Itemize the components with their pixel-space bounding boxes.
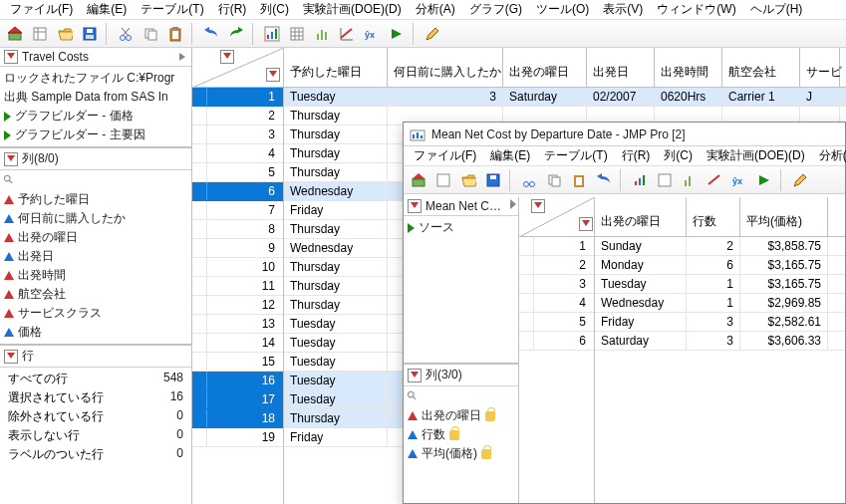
menu-doe[interactable]: 実験計画(DOE)(D) xyxy=(701,145,811,166)
menu-analyze[interactable]: 分析(A) xyxy=(410,0,461,20)
row-header[interactable]: 4 xyxy=(519,294,594,313)
cell[interactable]: Wednesday xyxy=(595,294,687,312)
cell[interactable]: $3,606.33 xyxy=(740,332,828,350)
row-header[interactable]: 17 xyxy=(192,390,283,409)
column-header[interactable]: 平均(価格) xyxy=(740,197,828,236)
column-header[interactable]: サービ xyxy=(800,48,840,87)
copy-icon[interactable] xyxy=(140,23,161,45)
row-header[interactable]: 6 xyxy=(519,332,594,351)
column-item[interactable]: 平均(価格) xyxy=(408,444,514,463)
column-item[interactable]: 出発日 xyxy=(4,247,187,266)
fit-y-icon[interactable] xyxy=(336,23,358,45)
cell[interactable]: 6 xyxy=(687,256,740,274)
cell[interactable]: Saturday xyxy=(595,332,687,350)
menu-edit[interactable]: 編集(E) xyxy=(81,0,133,20)
cell[interactable]: Saturday xyxy=(503,88,587,106)
cell[interactable]: Tuesday xyxy=(284,390,388,408)
pencil-icon[interactable] xyxy=(789,169,811,191)
cell[interactable]: 3 xyxy=(687,313,740,331)
disclosure-icon[interactable] xyxy=(4,152,18,166)
cell[interactable]: Tuesday xyxy=(284,372,388,389)
rowstat-labeled[interactable]: ラベルのついた行0 xyxy=(4,445,187,464)
row-header[interactable]: 1 xyxy=(519,237,594,256)
cell[interactable]: 2 xyxy=(687,237,740,255)
row-header[interactable]: 9 xyxy=(192,239,283,258)
fit-y-icon[interactable] xyxy=(704,169,725,191)
cut-icon[interactable] xyxy=(115,23,137,45)
menu-graph[interactable]: グラフ(G) xyxy=(463,0,528,20)
cell[interactable]: Tuesday xyxy=(284,334,388,352)
paste-icon[interactable] xyxy=(568,169,590,191)
row-header[interactable]: 16 xyxy=(192,372,283,390)
cell[interactable]: Tuesday xyxy=(284,88,388,106)
column-item[interactable]: 航空会社 xyxy=(4,285,187,304)
menu-cols[interactable]: 列(C) xyxy=(658,145,699,166)
row-header[interactable]: 7 xyxy=(192,201,283,220)
summary-source-script[interactable]: ソース xyxy=(408,218,514,237)
script-graph1[interactable]: グラフビルダー - 価格 xyxy=(4,107,187,126)
cell[interactable]: Thursday xyxy=(284,163,388,181)
cell[interactable]: 3 xyxy=(687,332,740,350)
cell[interactable]: Thursday xyxy=(284,144,388,162)
menu-rows[interactable]: 行(R) xyxy=(212,0,253,20)
summary-titlebar[interactable]: Mean Net Cost by Departure Date - JMP Pr… xyxy=(404,123,845,146)
data-row[interactable]: Wednesday1$2,969.85 xyxy=(595,294,845,313)
column-header[interactable]: 行数 xyxy=(687,197,740,236)
arrow-run-icon[interactable] xyxy=(386,23,408,45)
rowstat-selected[interactable]: 選択されている行16 xyxy=(4,388,187,407)
column-item[interactable]: 出発時間 xyxy=(4,266,187,285)
row-header[interactable]: 2 xyxy=(519,256,594,275)
cell[interactable]: Carrier 1 xyxy=(722,88,800,106)
cell[interactable]: Friday xyxy=(284,428,388,446)
disclosure-icon[interactable] xyxy=(4,50,18,64)
menu-analyze[interactable]: 分析(A) xyxy=(813,145,846,166)
cell[interactable]: Monday xyxy=(595,256,687,274)
column-header[interactable]: 出発日 xyxy=(587,48,655,87)
cell[interactable]: Tuesday xyxy=(595,275,687,293)
column-item[interactable]: 予約した曜日 xyxy=(4,190,187,209)
row-header[interactable]: 18 xyxy=(192,409,283,428)
row-header[interactable]: 15 xyxy=(192,353,283,372)
cell[interactable]: 3 xyxy=(388,88,503,106)
summary-columns-panel-head[interactable]: 列(3/0) xyxy=(404,363,518,386)
cell[interactable]: Friday xyxy=(595,313,687,331)
row-header[interactable]: 1 xyxy=(192,88,283,107)
home-icon[interactable] xyxy=(4,23,26,45)
column-header[interactable]: 予約した曜日 xyxy=(284,48,388,87)
fit-model-icon[interactable]: ŷx xyxy=(361,23,383,45)
cell[interactable]: $3,165.75 xyxy=(740,256,828,274)
menu-view[interactable]: 表示(V) xyxy=(597,0,649,20)
cell[interactable]: Wednesday xyxy=(284,239,388,257)
cell[interactable]: 0620Hrs xyxy=(655,88,722,106)
copy-icon[interactable] xyxy=(543,169,565,191)
rows-panel-head[interactable]: 行 xyxy=(0,344,191,368)
cell[interactable]: Thursday xyxy=(284,258,388,276)
cell[interactable]: Thursday xyxy=(284,409,388,427)
panel-expand-icon[interactable] xyxy=(510,199,516,209)
cell[interactable]: $3,165.75 xyxy=(740,275,828,293)
undo-icon[interactable] xyxy=(593,169,615,191)
cell[interactable]: J xyxy=(800,88,840,106)
data-row[interactable]: Saturday3$3,606.33 xyxy=(595,332,845,351)
cell[interactable]: Thursday xyxy=(284,126,388,143)
cell[interactable]: 1 xyxy=(687,294,740,312)
dist-icon[interactable] xyxy=(679,169,701,191)
menu-tables[interactable]: テーブル(T) xyxy=(135,0,209,20)
row-header[interactable]: 10 xyxy=(192,258,283,277)
column-header[interactable]: 出発の曜日 xyxy=(503,48,587,87)
grid-icon[interactable] xyxy=(286,23,308,45)
builder-icon[interactable] xyxy=(261,23,283,45)
menu-file[interactable]: ファイル(F) xyxy=(408,145,482,166)
new-datatable-icon[interactable] xyxy=(29,23,51,45)
row-header[interactable]: 4 xyxy=(192,144,283,163)
row-header[interactable]: 6 xyxy=(192,182,283,201)
grid-corner[interactable] xyxy=(519,197,595,237)
cut-icon[interactable] xyxy=(518,169,540,191)
column-item[interactable]: 価格 xyxy=(4,323,187,342)
fit-model-icon[interactable]: ŷx xyxy=(728,169,750,191)
row-header[interactable]: 5 xyxy=(192,163,283,182)
data-row[interactable]: Monday6$3,165.75 xyxy=(595,256,845,275)
data-row[interactable]: Sunday2$3,858.75 xyxy=(595,237,845,256)
menu-doe[interactable]: 実験計画(DOE)(D) xyxy=(297,0,408,20)
home-icon[interactable] xyxy=(408,169,429,191)
